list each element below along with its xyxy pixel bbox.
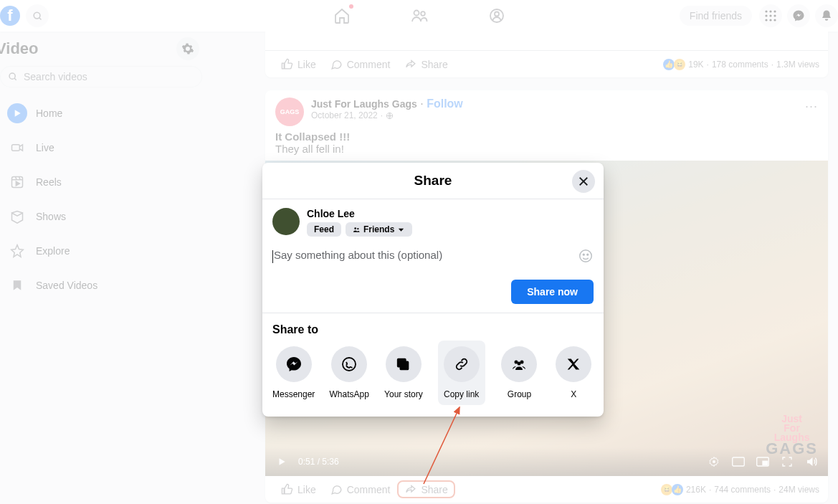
group-icon: [510, 356, 528, 373]
audience-chip[interactable]: Friends: [346, 222, 412, 237]
share-modal: Share Chloe Lee Feed Friends Say someth: [262, 163, 604, 417]
messenger-icon: [285, 356, 303, 373]
user-avatar[interactable]: [272, 208, 300, 235]
compose-textarea[interactable]: Say something about this (optional): [272, 249, 572, 262]
user-name: Chloe Lee: [307, 208, 412, 219]
chevron-down-icon: [397, 226, 405, 234]
share-target-copy-link[interactable]: Copy link: [438, 341, 485, 405]
link-icon: [454, 356, 470, 372]
svg-point-32: [354, 227, 356, 229]
feed-chip[interactable]: Feed: [307, 222, 341, 237]
x-icon: [566, 357, 581, 371]
close-button[interactable]: [572, 170, 595, 193]
share-target-story[interactable]: Your story: [384, 346, 424, 405]
svg-point-41: [518, 362, 521, 366]
svg-marker-34: [399, 228, 404, 231]
emoji-icon: [578, 248, 594, 264]
share-target-group[interactable]: Group: [500, 346, 540, 405]
svg-point-33: [357, 227, 358, 229]
svg-point-35: [580, 250, 592, 262]
share-target-whatsapp[interactable]: WhatsApp: [329, 346, 369, 405]
share-target-messenger[interactable]: Messenger: [272, 346, 315, 405]
modal-title: Share: [272, 173, 594, 189]
share-to-title: Share to: [272, 323, 594, 336]
close-icon: [577, 175, 590, 188]
svg-point-38: [343, 358, 356, 371]
story-icon: [396, 356, 411, 372]
emoji-button[interactable]: [578, 248, 594, 264]
whatsapp-icon: [341, 356, 358, 373]
svg-point-37: [587, 254, 589, 255]
share-target-x[interactable]: X: [553, 346, 594, 405]
friends-icon: [353, 226, 361, 234]
share-now-button[interactable]: Share now: [511, 280, 594, 304]
svg-point-36: [583, 254, 584, 255]
